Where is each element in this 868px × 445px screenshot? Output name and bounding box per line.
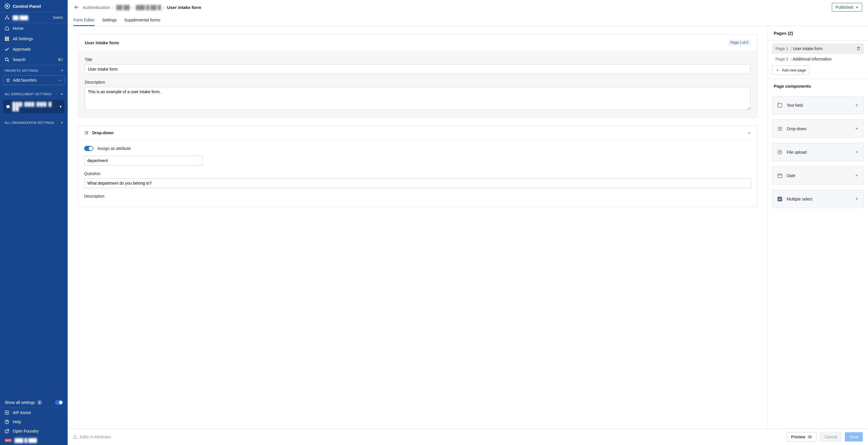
component-option-text-field[interactable]: Text field＋ — [772, 96, 864, 114]
dropdown-icon — [777, 126, 783, 131]
component-option-label: Multiple select — [787, 197, 855, 201]
sidebar-item-all-settings[interactable]: All Settings — [0, 34, 68, 44]
save-label: Save — [849, 435, 859, 439]
organization-header-label: ALL ORGANIZATION SETTINGS — [5, 121, 54, 124]
component-option-multiple-select[interactable]: Multiple select＋ — [772, 190, 864, 208]
sidebar-item-approvals[interactable]: Approvals — [0, 44, 68, 54]
dev-badge: DEV — [5, 439, 12, 442]
svg-rect-8 — [8, 38, 9, 39]
attribute-name-input[interactable] — [84, 156, 203, 166]
plus-icon[interactable]: ＋ — [855, 102, 859, 108]
form-title: User intake form — [85, 40, 119, 45]
cancel-button[interactable]: Cancel — [820, 432, 841, 442]
crumb-authentication[interactable]: Authentication — [83, 5, 110, 10]
sidebar-item-home[interactable]: Home — [0, 23, 68, 34]
sidebar-item-aip-assist[interactable]: AIP Assist — [0, 408, 68, 417]
switch-link[interactable]: Switch — [53, 16, 63, 20]
plus-icon[interactable]: ＋ — [855, 196, 859, 202]
assign-attribute-toggle[interactable] — [84, 146, 93, 151]
page-list-item-2[interactable]: Page 2: Additional information — [772, 54, 864, 64]
page-list-item-1[interactable]: Page 1: User intake form — [772, 43, 864, 54]
chevron-right-icon: › — [163, 5, 165, 10]
title-input[interactable] — [85, 64, 751, 74]
open-icon — [5, 429, 9, 434]
enrollment-select[interactable]: ███ ███ ███ █ ██ ▾ — [3, 99, 65, 114]
warning-icon — [73, 435, 78, 439]
add-favorites-button[interactable]: Add favorites → — [3, 75, 65, 85]
favorites-header-label: FAVORITE SETTINGS — [5, 69, 38, 72]
dev-text: ███ █ ███ — [15, 438, 37, 443]
svg-rect-6 — [5, 38, 6, 39]
trash-icon[interactable] — [857, 47, 861, 51]
chevron-down-icon: ▾ — [61, 68, 63, 72]
sidebar-item-help[interactable]: Help — [0, 417, 68, 426]
tab-supplemental-forms[interactable]: Supplemental forms — [124, 15, 160, 26]
plus-icon[interactable]: ＋ — [855, 173, 859, 179]
enrollment-header[interactable]: ALL ENROLLMENT SETTINGS ▸ — [0, 89, 68, 97]
component-option-date[interactable]: Date＋ — [772, 166, 864, 185]
description-label: Description — [85, 80, 751, 85]
tab-form-editor[interactable]: Form Editor — [73, 15, 95, 26]
pages-header: Pages (2) — [768, 26, 868, 40]
svg-rect-27 — [779, 128, 782, 129]
svg-rect-3 — [5, 37, 6, 38]
tab-settings[interactable]: Settings — [102, 15, 117, 26]
sidebar-item-label: All Settings — [13, 36, 63, 41]
question-label: Question — [84, 171, 751, 176]
enrollment-header-label: ALL ENROLLMENT SETTINGS — [5, 92, 52, 96]
show-all-toggle[interactable] — [55, 400, 63, 405]
plus-icon: ＋ — [776, 67, 779, 72]
svg-marker-13 — [6, 79, 10, 82]
component-option-drop-down[interactable]: Drop-down＋ — [772, 119, 864, 138]
crumb-redacted-2[interactable]: ███ █ ██ █ — [136, 5, 161, 10]
date-icon — [777, 173, 783, 178]
favorites-header[interactable]: FAVORITE SETTINGS ▾ — [0, 65, 68, 74]
svg-rect-22 — [86, 134, 88, 134]
search-icon — [5, 57, 9, 62]
grid-icon — [5, 36, 9, 41]
add-page-button[interactable]: ＋Add new page — [772, 65, 810, 75]
question-input[interactable] — [84, 178, 751, 188]
component-option-file-upload[interactable]: File upload＋ — [772, 143, 864, 161]
back-button[interactable] — [73, 4, 80, 10]
svg-point-17 — [85, 131, 86, 132]
tabs: Form Editor Settings Supplemental forms — [68, 15, 868, 26]
plus-icon[interactable]: ＋ — [855, 125, 859, 132]
info-icon[interactable]: i — [37, 400, 42, 405]
add-page-label: Add new page — [782, 68, 806, 72]
arrow-right-icon: → — [58, 78, 62, 83]
component-option-label: Date — [787, 173, 855, 178]
sidebar-item-search[interactable]: Search⌘J — [0, 54, 68, 65]
svg-rect-0 — [6, 16, 7, 17]
topbar: Authentication › ██ ██ › ███ █ ██ █ › Us… — [68, 0, 868, 15]
assign-attribute-label: Assign as attribute — [97, 146, 131, 151]
svg-rect-32 — [778, 197, 782, 201]
right-panel: Pages (2) Page 1: User intake formPage 2… — [768, 26, 868, 428]
save-button[interactable]: Save — [845, 432, 863, 442]
chevron-down-icon: ▾ — [60, 104, 62, 109]
sidebar-item-label: Approvals — [13, 47, 63, 52]
svg-point-19 — [85, 132, 86, 134]
form-header-card: User intake form Page 1 of 2 Title Descr… — [78, 34, 757, 117]
brand-row: Control Panel — [0, 0, 68, 12]
svg-rect-10 — [6, 40, 7, 41]
svg-rect-31 — [778, 174, 782, 178]
svg-rect-23 — [778, 103, 782, 107]
dropdown-card-header[interactable]: Drop-down — [79, 126, 757, 140]
crumb-redacted-1[interactable]: ██ ██ — [116, 5, 130, 10]
show-all-settings-row: Show all settings i — [0, 397, 68, 408]
sidebar-item-open-foundry[interactable]: Open Foundry — [0, 426, 68, 436]
plus-icon[interactable]: ＋ — [855, 149, 859, 155]
home-icon — [5, 26, 9, 31]
published-status-button[interactable]: Published ▼ — [832, 3, 862, 11]
organization-header[interactable]: ALL ORGANIZATION SETTINGS ▸ — [0, 117, 68, 126]
preview-button[interactable]: Preview — [787, 432, 817, 442]
switch-context-row[interactable]: ██ ███ Switch — [0, 12, 68, 23]
description-input[interactable] — [85, 87, 751, 110]
svg-rect-25 — [779, 127, 782, 127]
chevron-right-icon: ▸ — [61, 121, 63, 124]
page-prefix: Page 2 — [775, 57, 788, 61]
component-option-label: Text field — [787, 103, 855, 108]
building-icon — [6, 105, 10, 109]
svg-rect-18 — [86, 131, 88, 132]
